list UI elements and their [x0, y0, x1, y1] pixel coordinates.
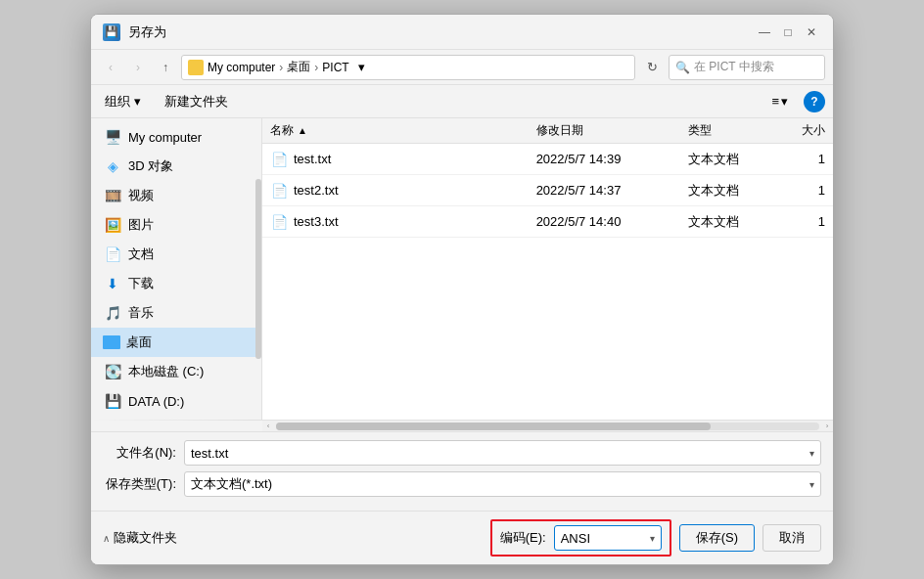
- view-button[interactable]: ≡ ▾: [767, 92, 792, 111]
- breadcrumb-part-3: PICT: [322, 61, 348, 74]
- help-button[interactable]: ?: [804, 91, 825, 112]
- table-row[interactable]: 📄 test2.txt 2022/5/7 14:37 文本文档 1: [262, 175, 833, 206]
- file-name-cell-1: 📄 test.txt: [262, 151, 529, 168]
- file-icon-2: 📄: [270, 182, 288, 200]
- hscroll-track[interactable]: [276, 423, 819, 430]
- file-name-cell-3: 📄 test3.txt: [262, 213, 529, 231]
- file-name-2: test2.txt: [294, 183, 339, 198]
- downloads-icon: ⬇: [103, 274, 122, 293]
- sidebar-label-3d-objects: 3D 对象: [128, 157, 173, 175]
- hscroll-left-button[interactable]: ‹: [262, 421, 274, 432]
- file-name-1: test.txt: [294, 152, 331, 166]
- encoding-box: 编码(E): ANSI ▾: [490, 519, 671, 557]
- sidebar-item-my-computer[interactable]: 🖥️ My computer: [91, 122, 261, 152]
- videos-icon: 🎞️: [103, 186, 122, 205]
- table-row[interactable]: 📄 test.txt 2022/5/7 14:39 文本文档 1: [262, 144, 833, 175]
- help-label: ?: [810, 95, 817, 109]
- window-controls: — □ ✕: [755, 22, 821, 42]
- file-list: 名称 ▲ 修改日期 类型 大小 📄 test.txt 2022/5/7: [262, 118, 833, 420]
- back-button[interactable]: ‹: [99, 56, 122, 79]
- sidebar-item-local-disk-c[interactable]: 💽 本地磁盘 (C:): [91, 357, 261, 386]
- maximize-button[interactable]: □: [778, 22, 798, 42]
- sidebar-label-pictures: 图片: [128, 216, 154, 234]
- local-disk-c-icon: 💽: [103, 362, 122, 381]
- close-button[interactable]: ✕: [802, 22, 821, 42]
- breadcrumb-part-1: My computer: [208, 61, 275, 74]
- cancel-button[interactable]: 取消: [762, 524, 821, 552]
- filename-row: 文件名(N): test.txt ▾: [103, 440, 821, 466]
- horizontal-scrollbar[interactable]: ‹ ›: [91, 420, 833, 431]
- column-header-date[interactable]: 修改日期: [529, 122, 680, 139]
- hide-folder-toggle[interactable]: ∧ 隐藏文件夹: [103, 529, 177, 547]
- file-list-header: 名称 ▲ 修改日期 类型 大小: [262, 118, 833, 144]
- file-icon-3: 📄: [270, 213, 288, 231]
- forward-button[interactable]: ›: [126, 56, 150, 79]
- pictures-icon: 🖼️: [103, 215, 122, 235]
- table-row[interactable]: 📄 test3.txt 2022/5/7 14:40 文本文档 1: [262, 206, 833, 238]
- sidebar-label-desktop: 桌面: [126, 334, 152, 351]
- file-date-2: 2022/5/7 14:37: [529, 183, 680, 198]
- sidebar-label-downloads: 下载: [128, 275, 154, 292]
- sidebar-item-documents[interactable]: 📄 文档: [91, 240, 261, 269]
- filename-label: 文件名(N):: [103, 444, 176, 462]
- 3d-objects-icon: ◈: [103, 156, 122, 176]
- sidebar-label-local-disk-c: 本地磁盘 (C:): [128, 363, 204, 380]
- encoding-value: ANSI: [561, 531, 590, 546]
- breadcrumb-dropdown-button[interactable]: ▾: [355, 61, 369, 74]
- sort-icon: ▲: [298, 125, 307, 136]
- filename-dropdown-arrow[interactable]: ▾: [809, 448, 814, 459]
- sidebar-item-desktop[interactable]: 桌面: [91, 328, 261, 357]
- sidebar-item-pictures[interactable]: 🖼️ 图片: [91, 210, 261, 240]
- hscroll-thumb[interactable]: [276, 423, 711, 430]
- save-button[interactable]: 保存(S): [679, 524, 755, 552]
- file-size-3: 1: [775, 214, 833, 229]
- my-computer-icon: 🖥️: [103, 127, 122, 147]
- organize-button[interactable]: 组织 ▾: [99, 91, 147, 112]
- filetype-row: 保存类型(T): 文本文档(*.txt) ▾: [103, 471, 821, 497]
- new-folder-label: 新建文件夹: [164, 93, 228, 111]
- footer-actions: 编码(E): ANSI ▾ 保存(S) 取消: [185, 519, 821, 557]
- sidebar-item-3d-objects[interactable]: ◈ 3D 对象: [91, 152, 261, 181]
- filetype-value: 文本文档(*.txt): [191, 475, 272, 493]
- new-folder-button[interactable]: 新建文件夹: [159, 91, 234, 112]
- title-bar: 另存为 — □ ✕: [91, 15, 833, 50]
- filetype-dropdown-arrow: ▾: [809, 479, 814, 490]
- music-icon: 🎵: [103, 303, 122, 323]
- search-placeholder: 在 PICT 中搜索: [694, 59, 774, 75]
- search-bar[interactable]: 🔍 在 PICT 中搜索: [669, 55, 825, 80]
- column-header-name[interactable]: 名称 ▲: [262, 122, 529, 139]
- desktop-icon: [103, 335, 120, 349]
- hscroll-right-button[interactable]: ›: [821, 421, 833, 432]
- column-header-size[interactable]: 大小: [775, 122, 833, 139]
- filename-input[interactable]: test.txt ▾: [184, 440, 821, 466]
- filetype-label: 保存类型(T):: [103, 475, 176, 493]
- column-header-type[interactable]: 类型: [680, 122, 775, 139]
- encoding-dropdown[interactable]: ANSI ▾: [554, 525, 662, 551]
- hide-folder-label: 隐藏文件夹: [114, 529, 177, 547]
- sidebar-item-music[interactable]: 🎵 音乐: [91, 298, 261, 328]
- sidebar-label-music: 音乐: [128, 304, 154, 322]
- search-icon: 🔍: [675, 61, 690, 74]
- sidebar-label-data-d: DATA (D:): [128, 394, 184, 409]
- filetype-dropdown[interactable]: 文本文档(*.txt) ▾: [184, 471, 821, 497]
- refresh-button[interactable]: ↻: [639, 55, 665, 80]
- form-area: 文件名(N): test.txt ▾ 保存类型(T): 文本文档(*.txt) …: [91, 431, 833, 511]
- breadcrumb-bar[interactable]: My computer › 桌面 › PICT ▾: [181, 55, 635, 80]
- sidebar-item-data-d[interactable]: 💾 DATA (D:): [91, 386, 261, 416]
- sidebar-item-downloads[interactable]: ⬇ 下载: [91, 269, 261, 298]
- chevron-up-icon: ∧: [103, 533, 110, 544]
- encoding-dropdown-arrow: ▾: [650, 533, 655, 544]
- sidebar-scrollbar[interactable]: [255, 179, 261, 360]
- sidebar-label-documents: 文档: [128, 245, 154, 263]
- navigation-bar: ‹ › ↑ My computer › 桌面 › PICT ▾ ↻ 🔍 在 PI…: [91, 50, 833, 85]
- breadcrumb-folder-icon: [188, 60, 204, 75]
- up-button[interactable]: ↑: [154, 56, 177, 79]
- file-type-1: 文本文档: [680, 151, 775, 168]
- sidebar-item-videos[interactable]: 🎞️ 视频: [91, 181, 261, 210]
- file-size-1: 1: [775, 152, 833, 166]
- organize-label: 组织: [105, 93, 130, 111]
- breadcrumb-sep-2: ›: [314, 61, 318, 74]
- view-arrow: ▾: [781, 94, 788, 109]
- save-as-dialog: 另存为 — □ ✕ ‹ › ↑ My computer › 桌面 › PICT …: [90, 14, 834, 565]
- minimize-button[interactable]: —: [755, 22, 774, 42]
